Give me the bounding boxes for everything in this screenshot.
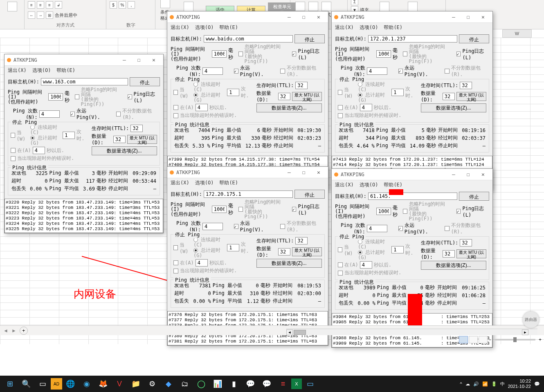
interval-input[interactable] — [376, 50, 391, 58]
ignore-interval-checkbox[interactable] — [403, 52, 407, 56]
settings-icon[interactable]: ⚙ — [144, 376, 160, 392]
stop-err-checkbox[interactable] — [338, 113, 343, 118]
indent-inc-icon[interactable]: → — [37, 11, 44, 19]
merge-icon[interactable]: ⊞ — [46, 11, 53, 19]
zoom-slider[interactable] — [495, 339, 535, 340]
horizontal-scrollbar[interactable]: ◄ ► — [286, 329, 537, 335]
zoom-out-button[interactable]: − — [488, 337, 491, 343]
minimize-button[interactable]: ― — [117, 56, 131, 65]
stop-at-checkbox[interactable] — [11, 148, 16, 153]
ignore-interval-checkbox[interactable] — [238, 52, 243, 56]
stop-button[interactable]: 停止 — [459, 34, 489, 43]
max-mtu-button[interactable]: 最大 MTU (以太网) — [456, 249, 486, 258]
stop-when-checkbox[interactable] — [338, 247, 342, 252]
interval-input[interactable] — [376, 208, 391, 215]
menu-options[interactable]: 选项(O) — [195, 24, 214, 31]
no-frag-checkbox[interactable] — [280, 224, 285, 229]
ignore-interval-checkbox[interactable] — [238, 207, 243, 212]
maximize-button[interactable]: ☐ — [461, 13, 475, 22]
menu-help[interactable]: 帮助(E) — [56, 67, 75, 74]
close-button[interactable]: ✕ — [476, 170, 490, 179]
close-button[interactable]: ✕ — [476, 13, 490, 22]
timeout-count-input[interactable] — [391, 246, 404, 253]
align-left-icon[interactable]: ≡ — [28, 1, 35, 9]
ttl-input[interactable] — [460, 239, 472, 246]
app-4-icon[interactable]: 📊 — [209, 376, 226, 392]
menu-help[interactable]: 帮助(E) — [384, 181, 402, 188]
app-2-icon[interactable]: 🗂 — [177, 376, 193, 392]
minimize-button[interactable]: ― — [282, 13, 296, 22]
indent-dec-icon[interactable]: ← — [28, 11, 35, 19]
total-radio[interactable] — [193, 93, 198, 97]
terminal-icon[interactable]: ▮ — [226, 376, 242, 392]
add-sheet-button[interactable]: + — [20, 327, 28, 335]
stop-at-checkbox[interactable] — [173, 260, 178, 265]
percent-icon[interactable]: % — [119, 1, 126, 9]
menu-exit[interactable]: 退出(X) — [8, 67, 27, 74]
stop-at-input[interactable] — [360, 261, 372, 269]
menu-help[interactable]: 帮助(E) — [219, 179, 238, 186]
target-host-input[interactable] — [204, 190, 293, 198]
stop-at-input[interactable] — [360, 104, 372, 111]
datasize-input[interactable] — [278, 93, 290, 100]
notification-button[interactable]: 💬 — [534, 381, 540, 387]
align-center-icon[interactable]: ≡ — [37, 1, 44, 9]
menu-options[interactable]: 选项(O) — [360, 181, 378, 188]
ignore-interval-checkbox[interactable] — [75, 94, 79, 99]
count-input[interactable] — [202, 223, 223, 230]
firefox-icon[interactable]: 🦊 — [95, 376, 111, 392]
interval-input[interactable] — [48, 93, 63, 101]
stop-when-checkbox[interactable] — [173, 245, 178, 250]
timeout-count-input[interactable] — [63, 132, 75, 139]
datasize-input[interactable] — [278, 248, 290, 255]
no-frag-checkbox[interactable] — [445, 69, 449, 74]
no-frag-checkbox[interactable] — [280, 69, 285, 74]
no-frag-checkbox[interactable] — [116, 112, 121, 116]
close-button[interactable]: ✕ — [312, 168, 326, 177]
no-frag-checkbox[interactable] — [445, 226, 449, 231]
datasize-input[interactable] — [113, 136, 126, 143]
tray-onedrive-icon[interactable]: ☁ — [465, 381, 470, 387]
stop-button[interactable]: 停止 — [130, 77, 160, 86]
edge-icon[interactable]: ◉ — [79, 376, 95, 392]
menu-options[interactable]: 选项(O) — [32, 67, 51, 74]
stop-at-checkbox[interactable] — [173, 105, 178, 110]
chrome-icon[interactable]: 🌐 — [62, 376, 79, 392]
menu-help[interactable]: 帮助(E) — [384, 24, 402, 31]
menu-exit[interactable]: 退出(X) — [335, 181, 354, 188]
titlebar[interactable]: ATKKPING ― ☐ ✕ — [167, 11, 328, 23]
ping-log[interactable]: #3220 Reply 32 bytes from 183.47.233.149… — [4, 199, 163, 233]
titlebar[interactable]: ATKKPING ― ☐ ✕ — [167, 167, 328, 178]
ttl-input[interactable] — [460, 82, 472, 89]
forever-checkbox[interactable] — [398, 69, 403, 74]
timeout-count-input[interactable] — [227, 89, 239, 96]
stop-at-checkbox[interactable] — [338, 105, 343, 110]
maximize-button[interactable]: ☐ — [461, 170, 475, 179]
ping-log-checkbox[interactable] — [456, 209, 461, 214]
currency-icon[interactable]: $ — [110, 1, 117, 9]
view-page-button[interactable] — [469, 336, 478, 343]
menu-exit[interactable]: 退出(X) — [335, 24, 354, 31]
view-normal-button[interactable] — [459, 336, 468, 343]
ping-log-checkbox[interactable] — [128, 94, 132, 99]
stop-err-checkbox[interactable] — [173, 269, 178, 273]
maximize-button[interactable]: ☐ — [297, 168, 311, 177]
app-blue-icon[interactable]: ◆ — [160, 376, 177, 392]
view-break-button[interactable] — [479, 336, 488, 343]
stop-err-checkbox[interactable] — [11, 156, 16, 161]
ttl-input[interactable] — [295, 82, 308, 89]
stop-button[interactable]: 停止 — [459, 192, 489, 201]
app-5-icon[interactable]: 💬 — [242, 376, 259, 392]
stop-button[interactable]: 停止 — [294, 34, 325, 43]
datasize-input[interactable] — [443, 93, 455, 100]
forever-checkbox[interactable] — [70, 112, 75, 116]
tray-ime-icon[interactable]: 中 — [500, 381, 505, 387]
datasize-option-button[interactable]: 数据量选项(Z)... — [421, 103, 486, 112]
count-input[interactable] — [367, 67, 387, 75]
stop-when-checkbox[interactable] — [338, 90, 342, 95]
stop-at-input[interactable] — [196, 259, 208, 267]
menu-exit[interactable]: 退出(X) — [171, 179, 189, 186]
target-host-input[interactable] — [41, 78, 128, 85]
max-mtu-button[interactable]: 最大 MTU (以太网) — [292, 247, 322, 256]
interval-input[interactable] — [212, 206, 227, 213]
